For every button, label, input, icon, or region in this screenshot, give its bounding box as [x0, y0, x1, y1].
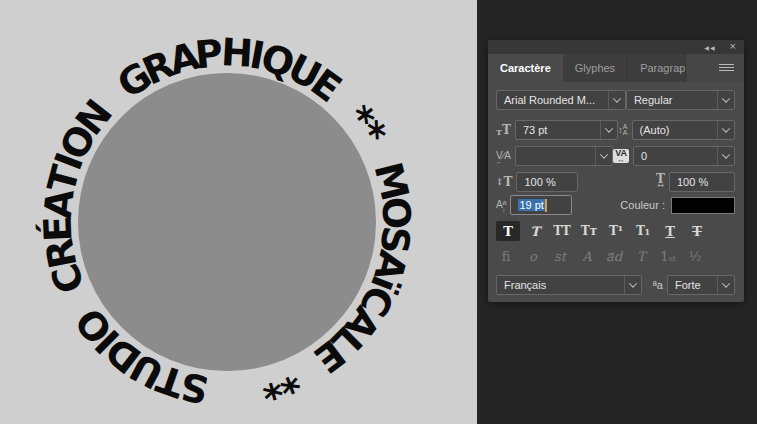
font-size-field[interactable]: 73 pt [515, 120, 618, 140]
tab-strip-filler [686, 54, 744, 82]
ordinals-button[interactable]: 1st [656, 247, 680, 267]
underline-button[interactable]: T [658, 221, 682, 241]
faux-bold-button[interactable]: T [496, 221, 520, 241]
vertical-scale-icon: ↕ T [496, 176, 512, 188]
discretionary-ligatures-button[interactable]: st [548, 247, 572, 267]
document-canvas[interactable]: STUDIOCRÉATIONGRAPHIQUE**MOSAïCALE** [0, 0, 477, 424]
tab-paragraphe[interactable]: Paragraphe [628, 54, 686, 82]
chevron-down-icon [600, 121, 617, 139]
font-style-select[interactable]: Regular [626, 90, 735, 110]
kerning-field[interactable] [515, 146, 613, 166]
character-panel-body: Arial Rounded M... Regular TT 73 pt ↕ AA [488, 82, 744, 302]
style-button-row: TTTTTᴛT¹T₁TT [496, 221, 735, 241]
fractions-button[interactable]: ½ [683, 247, 707, 267]
opentype-button-row: fiostAadT1st½ [494, 247, 735, 267]
horizontal-scale-icon: T ↔ [656, 175, 665, 189]
baseline-shift-field[interactable]: 19 pt [510, 195, 572, 215]
horizontal-scale-value: 100 % [677, 176, 708, 188]
text-caret [545, 199, 547, 212]
chevron-down-icon [717, 91, 734, 109]
panel-header-bar: ◀◀ × [488, 40, 744, 54]
language-value: Français [504, 279, 546, 291]
chevron-down-icon [624, 276, 641, 294]
chevron-down-icon [717, 147, 734, 165]
horizontal-scale-field[interactable]: 100 % [669, 172, 735, 192]
font-family-select[interactable]: Arial Rounded M... [496, 90, 626, 110]
tracking-field[interactable]: 0 [633, 146, 735, 166]
anti-alias-value: Forte [675, 279, 701, 291]
kerning-icon: V∕A ← [496, 151, 511, 161]
vertical-scale-field[interactable]: 100 % [516, 172, 578, 192]
chevron-down-icon [717, 121, 734, 139]
color-label: Couleur : [620, 199, 665, 211]
chevron-down-icon [717, 276, 734, 294]
leading-icon: ↕ AA [618, 124, 627, 135]
collapse-panel-icon[interactable]: ◀◀ [704, 44, 715, 51]
tracking-icon: VA ↔ [613, 149, 629, 163]
superscript-button[interactable]: T¹ [604, 221, 628, 241]
tab-caractere[interactable]: Caractère [488, 54, 563, 82]
leading-field[interactable]: (Auto) [632, 120, 735, 140]
font-family-value: Arial Rounded M... [504, 94, 595, 106]
anti-alias-select[interactable]: Forte [667, 275, 735, 295]
small-caps-button[interactable]: Tᴛ [577, 221, 601, 241]
font-size-value: 73 pt [523, 124, 547, 136]
stylistic-alternates-button[interactable]: ad [602, 247, 626, 267]
font-size-icon: TT [496, 124, 511, 136]
language-select[interactable]: Français [496, 275, 642, 295]
subscript-button[interactable]: T₁ [631, 221, 655, 241]
baseline-shift-icon: Aª ↑ [496, 200, 506, 210]
anti-alias-icon: ªa [653, 279, 663, 291]
titling-alternates-button[interactable]: T [629, 247, 653, 267]
faux-italic-button[interactable]: T [523, 221, 547, 241]
text-color-swatch[interactable] [671, 197, 735, 214]
tab-glyphes[interactable]: Glyphes [563, 54, 628, 82]
all-caps-button[interactable]: TT [550, 221, 574, 241]
close-panel-icon[interactable]: × [730, 41, 736, 52]
swash-button[interactable]: A [575, 247, 599, 267]
font-style-value: Regular [634, 94, 673, 106]
chevron-down-icon [608, 91, 625, 109]
panel-tab-strip: Caractère Glyphes Paragraphe [488, 54, 744, 82]
vertical-scale-value: 100 % [524, 176, 555, 188]
tracking-value: 0 [641, 150, 647, 162]
leading-value: (Auto) [640, 124, 670, 136]
contextual-alternates-button[interactable]: o [521, 247, 545, 267]
standard-ligatures-button[interactable]: fi [494, 247, 518, 267]
character-panel: ◀◀ × Caractère Glyphes Paragraphe Arial … [488, 40, 744, 302]
strikethrough-button[interactable]: T [685, 221, 709, 241]
panel-menu-icon[interactable] [719, 64, 734, 73]
baseline-shift-value: 19 pt [518, 199, 544, 211]
chevron-down-icon [595, 147, 612, 165]
